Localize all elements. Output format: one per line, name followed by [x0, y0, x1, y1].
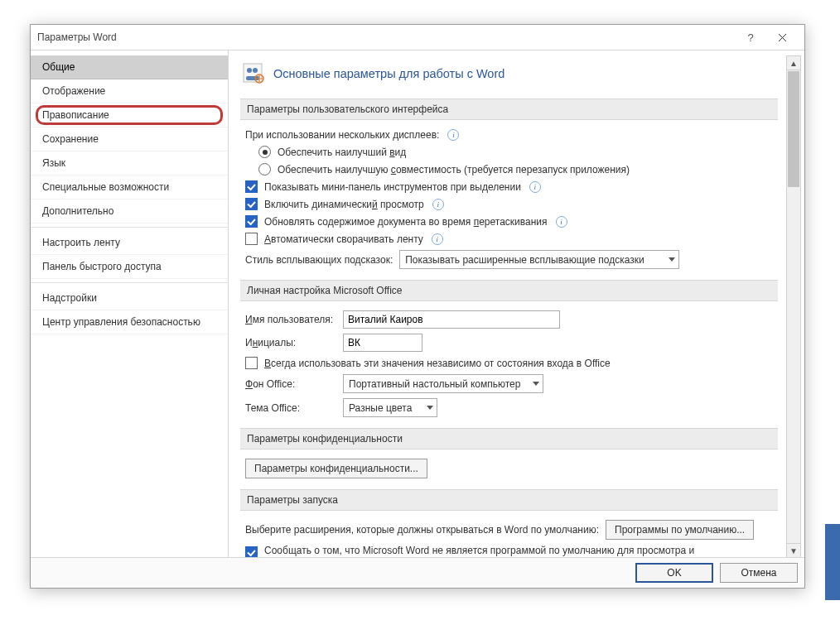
scroll-thumb[interactable]	[788, 71, 799, 187]
check-update-drag[interactable]	[245, 215, 258, 228]
info-icon[interactable]: i	[432, 233, 443, 245]
username-label: Имя пользователя:	[245, 314, 336, 325]
check-notify-default[interactable]	[245, 546, 258, 558]
office-theme-combo[interactable]: Разные цвета	[343, 398, 437, 417]
help-button[interactable]: ?	[735, 25, 766, 50]
close-icon	[778, 33, 787, 42]
nav-proofing[interactable]: Правописание	[31, 103, 228, 127]
nav-addins[interactable]: Надстройки	[31, 286, 228, 310]
nav-advanced[interactable]: Дополнительно	[31, 199, 228, 223]
radio-best-compatibility-label: Обеспечить наилучшую совместимость (треб…	[278, 164, 630, 175]
svg-point-2	[253, 68, 258, 73]
info-icon[interactable]: i	[556, 216, 567, 228]
scroll-up-icon[interactable]: ▲	[787, 56, 800, 70]
chevron-down-icon	[669, 257, 675, 262]
info-icon[interactable]: i	[529, 181, 541, 193]
info-icon[interactable]: i	[447, 129, 459, 141]
check-mini-toolbar-label: Показывать мини-панель инструментов при …	[264, 181, 521, 193]
dialog-title: Параметры Word	[37, 31, 735, 43]
section-privacy-header: Параметры конфиденциальности	[240, 428, 778, 449]
header-icon	[242, 62, 265, 85]
close-button[interactable]	[766, 25, 798, 50]
check-collapse-ribbon-label: Автоматически сворачивать ленту	[264, 233, 423, 245]
check-update-drag-label: Обновлять содержимое документа во время …	[264, 216, 548, 228]
radio-best-view[interactable]	[258, 146, 271, 158]
tooltip-style-combo[interactable]: Показывать расширенные всплывающие подск…	[399, 250, 679, 269]
check-notify-default-label: Сообщать о том, что Microsoft Word не яв…	[264, 545, 753, 558]
nav-display[interactable]: Отображение	[31, 79, 228, 103]
nav-save[interactable]: Сохранение	[31, 127, 228, 151]
page-title: Основные параметры для работы с Word	[273, 67, 504, 80]
extensions-label: Выберите расширения, которые должны откр…	[245, 524, 599, 536]
check-live-preview-label: Включить динамический просмотр	[264, 199, 424, 210]
info-icon[interactable]: i	[432, 199, 444, 210]
nav-quick-access[interactable]: Панель быстрого доступа	[31, 255, 228, 279]
multidisplay-label: При использовании нескольких дисплеев:	[245, 129, 439, 141]
check-always-use-label: Всегда использовать эти значения независ…	[264, 358, 611, 369]
radio-best-compatibility[interactable]	[258, 163, 271, 175]
nav-customize-ribbon[interactable]: Настроить ленту	[31, 231, 228, 255]
initials-input[interactable]	[343, 334, 422, 352]
cancel-button[interactable]: Отмена	[720, 563, 798, 583]
office-bg-label: Фон Office:	[245, 378, 336, 390]
privacy-settings-button[interactable]: Параметры конфиденциальности...	[245, 459, 427, 478]
scrollbar[interactable]: ▲ ▼	[786, 55, 801, 558]
svg-point-1	[247, 68, 252, 73]
scroll-down-icon[interactable]: ▼	[787, 543, 800, 557]
section-ui-header: Параметры пользовательского интерфейса	[240, 99, 778, 120]
tooltip-style-label: Стиль всплывающих подсказок:	[245, 254, 393, 266]
section-startup-header: Параметры запуска	[240, 489, 778, 511]
check-mini-toolbar[interactable]	[245, 180, 258, 193]
nav-trust-center[interactable]: Центр управления безопасностью	[31, 310, 228, 334]
nav-language[interactable]: Язык	[31, 151, 228, 175]
username-input[interactable]	[343, 310, 560, 329]
check-collapse-ribbon[interactable]	[245, 233, 258, 245]
check-live-preview[interactable]	[245, 198, 258, 210]
ok-button[interactable]: OK	[635, 563, 713, 583]
radio-best-view-label: Обеспечить наилучший вид	[278, 147, 406, 158]
office-bg-combo[interactable]: Портативный настольный компьютер	[343, 374, 543, 393]
section-personal-header: Личная настройка Microsoft Office	[240, 280, 778, 301]
nav-general[interactable]: Общие	[31, 55, 228, 79]
initials-label: Инициалы:	[245, 337, 336, 348]
chevron-down-icon	[427, 406, 433, 410]
nav-accessibility[interactable]: Специальные возможности	[31, 175, 228, 199]
check-always-use[interactable]	[245, 357, 258, 369]
default-programs-button[interactable]: Программы по умолчанию...	[606, 520, 754, 540]
nav-sidebar: Общие Отображение Правописание Сохранени…	[31, 50, 229, 559]
office-theme-label: Тема Office:	[245, 402, 336, 414]
chevron-down-icon	[533, 382, 539, 386]
